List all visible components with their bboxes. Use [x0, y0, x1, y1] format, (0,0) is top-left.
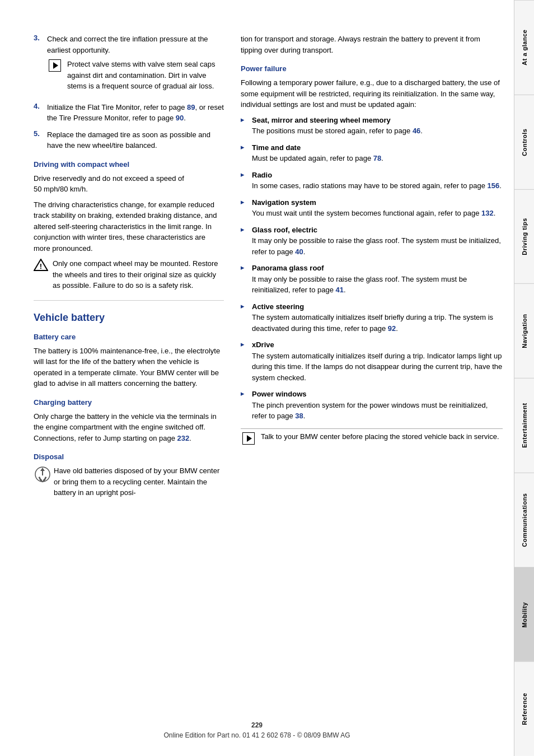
bullet-title-steering: Active steering: [252, 302, 304, 311]
page-wrapper: 3. Check and correct the tire inflation …: [0, 0, 534, 756]
link-page-90[interactable]: 90: [176, 114, 184, 122]
charging-p: Only charge the battery in the vehicle v…: [34, 411, 224, 444]
link-glass-page[interactable]: 40: [295, 248, 303, 256]
battery-care-title: Battery care: [34, 333, 224, 341]
right-column: tion for transport and storage. Always r…: [235, 34, 503, 734]
bullet-content-xdrive: xDrive The system automatically initiali…: [252, 339, 503, 383]
warning-triangle-svg: !: [34, 259, 48, 271]
bullet-content-time: Time and date Must be updated again, ref…: [252, 142, 503, 164]
bullet-arrow-6: ▸: [241, 263, 247, 272]
bullet-title-glass: Glass roof, electric: [252, 226, 317, 234]
bullet-arrow-3: ▸: [241, 170, 247, 179]
bullet-content-glass: Glass roof, electric It may only be poss…: [252, 225, 503, 258]
link-steering-page[interactable]: 92: [388, 324, 396, 333]
bullet-title-xdrive: xDrive: [252, 340, 274, 349]
sidebar-item-reference[interactable]: Reference: [514, 661, 534, 756]
bullet-item-nav: ▸ Navigation system You must wait until …: [241, 197, 503, 219]
bullet-item-radio: ▸ Radio In some cases, radio stations ma…: [241, 170, 503, 192]
link-panorama-page[interactable]: 41: [336, 286, 344, 294]
bullet-arrow-5: ▸: [241, 225, 247, 234]
list-item-4: 4. Initialize the Flat Tire Monitor, ref…: [34, 102, 224, 124]
list-item-5: 5. Replace the damaged tire as soon as p…: [34, 129, 224, 151]
item-number-4: 4.: [34, 102, 44, 124]
page-number: 229: [0, 721, 514, 729]
link-time-page[interactable]: 78: [373, 154, 381, 162]
bullet-content-radio: Radio In some cases, radio stations may …: [252, 170, 503, 192]
battery-care-p: The battery is 100% maintenance-free, i.…: [34, 346, 224, 389]
bottom-note-text: Talk to your BMW center before placing t…: [261, 431, 499, 445]
power-failure-p: Following a temporary power failure, e.g…: [241, 77, 503, 110]
bullet-item-steering: ▸ Active steering The system automatical…: [241, 301, 503, 334]
recycle-icon: [34, 465, 49, 481]
link-seat-page[interactable]: 46: [413, 127, 420, 135]
bullet-content-seat: Seat, mirror and steering wheel memory T…: [252, 115, 503, 137]
driving-compact-warning-box: ! Only one compact wheel may be mounted.…: [34, 258, 224, 291]
bullet-arrow-1: ▸: [241, 115, 247, 124]
item-4-content: Initialize the Flat Tire Monitor, refer …: [47, 102, 224, 124]
link-nav-page[interactable]: 132: [481, 209, 494, 217]
item-3-content: Check and correct the tire inflation pre…: [47, 34, 224, 96]
vehicle-battery-title: Vehicle battery: [34, 312, 224, 324]
bullet-list: ▸ Seat, mirror and steering wheel memory…: [241, 115, 503, 422]
driving-compact-warning-text: Only one compact wheel may be mounted. R…: [53, 258, 224, 291]
item-3-note-box: Protect valve stems with valve stem seal…: [47, 59, 224, 92]
item-number-3: 3.: [34, 34, 44, 96]
bullet-title-radio: Radio: [252, 171, 272, 179]
bullet-arrow-8: ▸: [241, 340, 247, 348]
svg-text:!: !: [40, 262, 42, 270]
sidebar-item-entertainment[interactable]: Entertainment: [514, 378, 534, 473]
bullet-item-time: ▸ Time and date Must be updated again, r…: [241, 142, 503, 164]
item-number-5: 5.: [34, 129, 44, 151]
sidebar-item-controls[interactable]: Controls: [514, 95, 534, 189]
sidebar-item-driving-tips[interactable]: Driving tips: [514, 189, 534, 284]
xdrive-text: The system automatically initializes its…: [252, 352, 502, 382]
bullet-title-nav: Navigation system: [252, 198, 316, 207]
bullet-item-seat: ▸ Seat, mirror and steering wheel memory…: [241, 115, 503, 137]
driving-compact-title: Driving with compact wheel: [34, 160, 224, 169]
bullet-item-windows: ▸ Power windows The pinch prevention sys…: [241, 389, 503, 422]
disposal-title: Disposal: [34, 452, 224, 461]
page-footer: 229 Online Edition for Part no. 01 41 2 …: [0, 721, 514, 739]
bullet-arrow-2: ▸: [241, 143, 247, 151]
link-page-232[interactable]: 232: [177, 434, 190, 442]
bullet-content-panorama: Panorama glass roof It may only be possi…: [252, 263, 503, 296]
left-column: 3. Check and correct the tire inflation …: [34, 34, 224, 734]
link-windows-page[interactable]: 38: [295, 412, 303, 420]
sidebar-item-navigation[interactable]: Navigation: [514, 283, 534, 378]
bullet-title-time: Time and date: [252, 143, 301, 152]
item-3-note-text: Protect valve stems with valve stem seal…: [67, 59, 224, 92]
driving-compact-p2: The driving characteristics change, for …: [34, 199, 224, 254]
bottom-play-icon: [241, 431, 256, 445]
charging-title: Charging battery: [34, 398, 224, 407]
power-failure-title: Power failure: [241, 64, 503, 73]
bullet-title-seat: Seat, mirror and steering wheel memory: [252, 116, 391, 124]
bullet-title-windows: Power windows: [252, 390, 307, 398]
sidebar-item-communications[interactable]: Communications: [514, 473, 534, 567]
transport-text: tion for transport and storage. Always r…: [241, 34, 503, 55]
disposal-note-box: Have old batteries disposed of by your B…: [34, 465, 224, 498]
bullet-item-panorama: ▸ Panorama glass roof It may only be pos…: [241, 263, 503, 296]
play-icon-3: [47, 59, 63, 72]
section-divider-1: [34, 300, 224, 301]
footer-text: Online Edition for Part no. 01 41 2 602 …: [163, 731, 350, 739]
item-5-content: Replace the damaged tire as soon as poss…: [47, 129, 224, 151]
driving-compact-p1: Drive reservedly and do not exceed a spe…: [34, 173, 224, 195]
item-3-text: Check and correct the tire inflation pre…: [47, 35, 208, 54]
sidebar: At a glance Controls Driving tips Naviga…: [514, 0, 534, 756]
bullet-item-glass: ▸ Glass roof, electric It may only be po…: [241, 225, 503, 258]
list-item-3: 3. Check and correct the tire inflation …: [34, 34, 224, 96]
bullet-content-nav: Navigation system You must wait until th…: [252, 197, 503, 219]
sidebar-item-at-a-glance[interactable]: At a glance: [514, 0, 534, 95]
bullet-arrow-4: ▸: [241, 198, 247, 206]
sidebar-item-mobility[interactable]: Mobility: [514, 567, 534, 662]
link-radio-page[interactable]: 156: [488, 181, 500, 190]
recycle-svg: [34, 465, 51, 483]
main-content: 3. Check and correct the tire inflation …: [0, 0, 514, 756]
bullet-title-panorama: Panorama glass roof: [252, 264, 324, 272]
bottom-note-box: Talk to your BMW center before placing t…: [241, 428, 503, 447]
bullet-arrow-9: ▸: [241, 389, 247, 398]
bullet-content-windows: Power windows The pinch prevention syste…: [252, 389, 503, 422]
link-page-89[interactable]: 89: [187, 103, 195, 111]
bullet-item-xdrive: ▸ xDrive The system automatically initia…: [241, 339, 503, 383]
bullet-content-steering: Active steering The system automatically…: [252, 301, 503, 334]
